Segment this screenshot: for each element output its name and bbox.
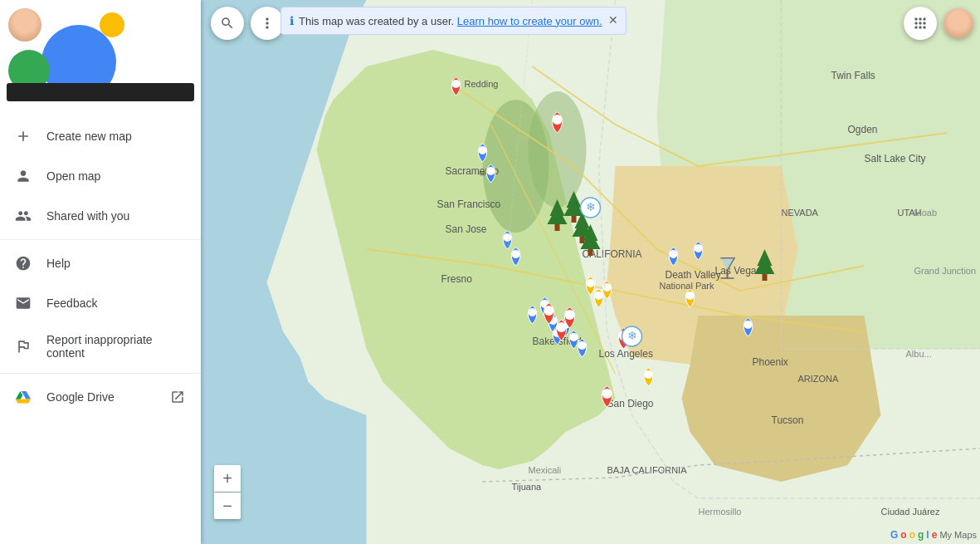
svg-text:Moab: Moab <box>914 208 938 218</box>
svg-point-2 <box>529 91 587 208</box>
map-container[interactable]: San Francisco San Jose Sacramento Fresno… <box>201 0 980 544</box>
more-options-button[interactable] <box>251 7 284 40</box>
plus-icon <box>13 126 33 146</box>
sidebar-item-label-shared-with-you: Shared with you <box>46 209 188 223</box>
svg-point-48 <box>587 279 595 287</box>
logo-text-bar <box>7 83 194 101</box>
main-panel: San Francisco San Jose Sacramento Fresno… <box>201 0 980 544</box>
svg-point-52 <box>686 292 695 300</box>
svg-point-32 <box>487 167 495 175</box>
search-button[interactable] <box>211 7 244 40</box>
svg-point-31 <box>479 146 487 154</box>
svg-point-41 <box>578 341 587 350</box>
sidebar-item-report-inappropriate[interactable]: Report inappropriate content <box>0 323 201 370</box>
email-icon <box>13 293 33 313</box>
watermark-mymaps: My Maps <box>939 530 977 540</box>
sidebar-item-label-help: Help <box>46 257 188 270</box>
svg-point-75 <box>744 321 753 329</box>
svg-text:Fresno: Fresno <box>441 273 473 285</box>
logo-yellow-circle <box>100 12 124 37</box>
sidebar-item-label-google-drive: Google Drive <box>46 390 154 404</box>
svg-text:Ogden: Ogden <box>848 124 878 135</box>
svg-text:San Jose: San Jose <box>446 223 487 235</box>
avatar-image <box>8 8 41 42</box>
header-right <box>904 7 973 40</box>
svg-text:Mexicali: Mexicali <box>529 465 562 475</box>
svg-point-51 <box>645 370 653 379</box>
svg-point-49 <box>595 292 603 300</box>
people-icon <box>13 206 33 226</box>
svg-point-30 <box>479 171 487 176</box>
svg-text:Grand Junction: Grand Junction <box>914 266 977 276</box>
svg-text:ARIZONA: ARIZONA <box>798 374 840 384</box>
person-icon <box>13 166 33 186</box>
svg-rect-58 <box>572 216 577 223</box>
avatar[interactable] <box>7 7 43 43</box>
svg-text:San Diego: San Diego <box>607 398 654 409</box>
svg-text:NEVADA: NEVADA <box>782 208 819 218</box>
svg-point-46 <box>602 389 612 399</box>
user-avatar-button[interactable] <box>943 8 973 38</box>
map-watermark: Google My Maps <box>890 529 977 541</box>
svg-text:Twin Falls: Twin Falls <box>831 70 875 81</box>
menu-divider-1 <box>0 239 201 240</box>
sidebar-item-feedback[interactable]: Feedback <box>0 283 201 323</box>
zoom-controls: + − <box>214 465 241 519</box>
sidebar-item-label-create-new-map: Create new map <box>46 130 188 143</box>
svg-text:Tucson: Tucson <box>772 414 804 426</box>
svg-rect-67 <box>763 274 768 281</box>
svg-text:Las Vegas: Las Vegas <box>715 265 762 277</box>
sidebar-item-label-open-map: Open map <box>46 169 188 183</box>
svg-point-45 <box>565 310 575 320</box>
svg-text:BAJA CALIFORNIA: BAJA CALIFORNIA <box>607 465 688 475</box>
svg-point-76 <box>452 80 461 88</box>
help-icon <box>13 253 33 273</box>
svg-text:❄: ❄ <box>586 200 596 213</box>
sidebar-header <box>0 0 201 116</box>
svg-rect-55 <box>555 224 560 231</box>
svg-text:Ciudad Juárez: Ciudad Juárez <box>881 507 940 517</box>
apps-button[interactable] <box>904 7 937 40</box>
svg-text:Salt Lake City: Salt Lake City <box>865 153 926 164</box>
svg-point-44 <box>557 322 567 332</box>
sidebar-item-open-map[interactable]: Open map <box>0 156 201 196</box>
svg-point-35 <box>529 308 537 316</box>
svg-text:Death Valley: Death Valley <box>666 269 721 281</box>
zoom-out-button[interactable]: − <box>214 493 241 519</box>
menu-divider-2 <box>0 373 201 374</box>
sidebar: Create new map Open map Shared with you <box>0 0 201 544</box>
svg-point-34 <box>512 250 520 258</box>
svg-text:Phoenix: Phoenix <box>753 356 788 368</box>
sidebar-item-google-drive[interactable]: Google Drive <box>0 377 201 417</box>
sidebar-item-create-new-map[interactable]: Create new map <box>0 116 201 156</box>
svg-text:Redding: Redding <box>465 79 499 89</box>
drive-icon <box>13 387 33 407</box>
svg-point-73 <box>695 244 703 252</box>
flag-icon <box>13 336 33 356</box>
svg-rect-64 <box>588 249 593 256</box>
sidebar-menu: Create new map Open map Shared with you <box>0 116 201 544</box>
sidebar-item-label-feedback: Feedback <box>46 297 188 310</box>
svg-point-40 <box>570 333 578 341</box>
svg-text:Tijuana: Tijuana <box>512 482 543 492</box>
svg-point-42 <box>553 115 563 125</box>
svg-text:National Park: National Park <box>660 281 715 291</box>
svg-point-43 <box>544 306 554 316</box>
svg-text:Los Angeles: Los Angeles <box>599 348 653 360</box>
sidebar-item-help[interactable]: Help <box>0 243 201 283</box>
sidebar-item-shared-with-you[interactable]: Shared with you <box>0 196 201 236</box>
svg-text:Albu...: Albu... <box>906 349 932 359</box>
svg-point-74 <box>670 250 678 258</box>
svg-text:❄: ❄ <box>627 329 637 342</box>
map-svg: San Francisco San Jose Sacramento Fresno… <box>201 0 980 544</box>
sidebar-item-label-report-inappropriate: Report inappropriate content <box>46 333 188 360</box>
external-link-icon <box>168 387 188 407</box>
svg-text:Hermosillo: Hermosillo <box>699 507 742 517</box>
zoom-in-button[interactable]: + <box>214 465 241 492</box>
svg-text:San Francisco: San Francisco <box>437 198 501 210</box>
svg-point-33 <box>504 233 512 242</box>
